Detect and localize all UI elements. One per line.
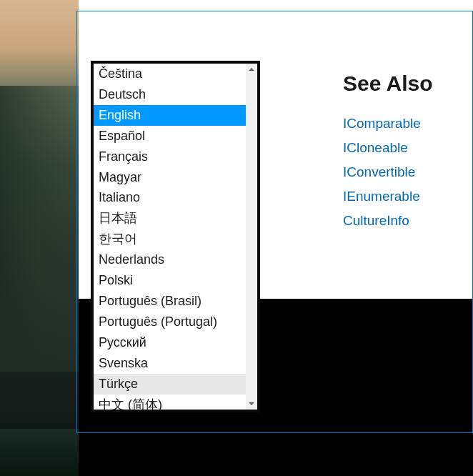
language-selector-dropdown[interactable]: ČeštinaDeutschEnglishEspañolFrançaisMagy… [91, 61, 260, 412]
language-option[interactable]: English [94, 105, 246, 126]
language-option[interactable]: Türkçe [94, 374, 246, 395]
language-option[interactable]: Español [94, 126, 246, 147]
see-also-section: See Also IComparable ICloneable IConvert… [343, 71, 433, 229]
language-option[interactable]: Русский [94, 332, 246, 353]
chevron-down-icon [249, 402, 254, 405]
language-option[interactable]: 日本語 [94, 208, 246, 229]
language-option[interactable]: Svenska [94, 353, 246, 374]
language-option[interactable]: Português (Brasil) [94, 291, 246, 312]
dropdown-scrollbar[interactable] [246, 64, 257, 410]
see-also-heading: See Also [343, 71, 433, 96]
language-option[interactable]: Italiano [94, 187, 246, 208]
chevron-up-icon [249, 68, 254, 71]
language-option[interactable]: Nederlands [94, 249, 246, 270]
see-also-link[interactable]: CultureInfo [343, 213, 433, 229]
see-also-link[interactable]: IComparable [343, 116, 433, 132]
language-option[interactable]: 中文 (简体) [94, 395, 246, 410]
scrollbar-up-button[interactable] [246, 64, 257, 75]
language-options-list: ČeštinaDeutschEnglishEspañolFrançaisMagy… [94, 64, 246, 410]
language-option[interactable]: Polski [94, 270, 246, 291]
language-option[interactable]: Français [94, 147, 246, 167]
see-also-link[interactable]: IEnumerable [343, 189, 433, 204]
scrollbar-down-button[interactable] [246, 398, 257, 410]
see-also-link[interactable]: IConvertible [343, 164, 433, 180]
see-also-link[interactable]: ICloneable [343, 140, 433, 156]
see-also-links-list: IComparable ICloneable IConvertible IEnu… [343, 116, 433, 229]
language-option[interactable]: Čeština [94, 64, 246, 84]
language-option[interactable]: Deutsch [94, 84, 246, 105]
language-option[interactable]: 한국어 [94, 229, 246, 249]
language-option[interactable]: Magyar [94, 167, 246, 188]
language-option[interactable]: Português (Portugal) [94, 312, 246, 332]
